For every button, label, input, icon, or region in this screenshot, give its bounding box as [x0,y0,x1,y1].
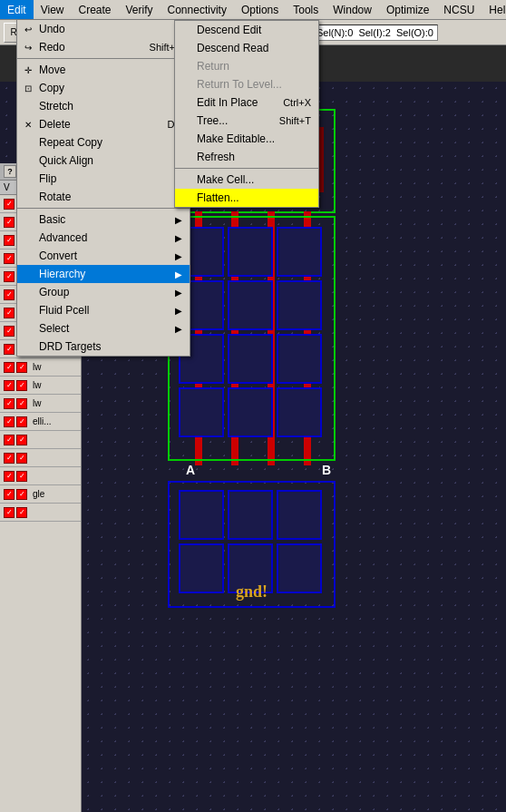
panel-help-btn[interactable]: ? [4,165,16,178]
transistor-cell-b [179,490,224,540]
menu-make-editable[interactable]: Make Editable... [175,130,318,148]
menu-descend-edit[interactable]: Descend Edit [175,21,318,39]
transistor-cell [277,227,322,277]
list-item: ✓ ✓ [0,449,81,467]
checkbox-s[interactable]: ✓ [16,507,27,518]
menu-edit-in-place[interactable]: Edit In Place Ctrl+X [175,93,318,112]
hierarchy-submenu: Descend Edit Descend Read Return Return … [174,20,319,208]
checkbox-s[interactable]: ✓ [16,435,27,445]
checkbox-v[interactable]: ✓ [4,471,15,482]
checkbox-v[interactable]: ✓ [4,344,15,355]
copy-icon: ⊡ [21,81,35,95]
transistor-cell [228,334,273,384]
menu-tools[interactable]: Tools [286,0,326,19]
label-b: B [322,463,331,477]
menu-flip[interactable]: Flip ▶ [17,170,190,188]
basic-icon [21,212,35,227]
checkbox-v[interactable]: ✓ [4,217,15,228]
checkbox-v[interactable]: ✓ [4,489,15,500]
transistor-cell [228,280,273,330]
menu-connectivity[interactable]: Connectivity [161,0,234,19]
menu-sep [17,58,190,59]
checkbox-v[interactable]: ✓ [4,253,15,264]
checkbox-s[interactable]: ✓ [16,416,27,427]
menu-refresh[interactable]: Refresh [175,148,318,166]
checkbox-v[interactable]: ✓ [4,416,15,427]
menu-return-to-level[interactable]: Return To Level... [175,75,318,93]
checkbox-v[interactable]: ✓ [4,199,15,210]
menu-verify[interactable]: Verify [119,0,161,19]
menu-window[interactable]: Window [326,0,379,19]
hierarchy-icon [21,267,35,281]
checkbox-s[interactable]: ✓ [16,453,27,464]
transistor-cell-b [179,543,224,593]
advanced-icon [21,230,35,245]
menu-hierarchy[interactable]: Hierarchy ▶ [17,265,190,283]
menu-make-cell[interactable]: Make Cell... [175,171,318,189]
checkbox-v[interactable]: ✓ [4,326,15,337]
menu-optimize[interactable]: Optimize [379,0,436,19]
menu-convert[interactable]: Convert ▶ [17,247,190,265]
menu-descend-read[interactable]: Descend Read [175,39,318,57]
checkbox-v[interactable]: ✓ [4,289,15,300]
gnd-label: gnd! [236,582,268,602]
edit-menu-dropdown: ↩ Undo U ↪ Redo Shift+U ✛ Move M ⊡ Copy … [16,20,190,357]
menu-flatten[interactable]: Flatten... [175,189,318,207]
transistor-cell [228,227,273,277]
menu-rotate[interactable]: Rotate ▶ [17,188,190,206]
menu-group[interactable]: Group ▶ [17,283,190,301]
menu-options[interactable]: Options [234,0,286,19]
move-icon: ✛ [21,63,35,77]
menu-help[interactable]: Help [482,0,506,19]
menu-edit[interactable]: Edit [0,0,34,19]
checkbox-v[interactable]: ✓ [4,435,15,445]
checkbox-v[interactable]: ✓ [4,380,15,391]
checkbox-s[interactable]: ✓ [16,471,27,482]
menu-sep-2 [17,208,190,209]
transistor-grid [179,227,322,437]
transistor-cell-b [277,490,322,540]
menu-advanced[interactable]: Advanced ▶ [17,229,190,247]
checkbox-v[interactable]: ✓ [4,308,15,318]
checkbox-v[interactable]: ✓ [4,453,15,464]
drd-targets-icon [21,339,35,354]
menu-view[interactable]: View [34,0,72,19]
checkbox-v[interactable]: ✓ [4,362,15,373]
group-arrow: ▶ [175,288,182,298]
checkbox-v[interactable]: ✓ [4,271,15,282]
checkbox-s[interactable]: ✓ [16,380,27,391]
menu-ncsu[interactable]: NCSU [436,0,482,19]
convert-icon [21,249,35,263]
convert-arrow: ▶ [175,251,182,261]
menu-repeat-copy[interactable]: Repeat Copy H [17,133,190,152]
checkbox-v[interactable]: ✓ [4,235,15,246]
menu-tree[interactable]: Tree... Shift+T [175,112,318,130]
advanced-arrow: ▶ [175,233,182,243]
checkbox-s[interactable]: ✓ [16,398,27,409]
hier-sep [175,168,318,169]
checkbox-s[interactable]: ✓ [16,489,27,500]
transistor-cell [277,280,322,330]
menu-basic[interactable]: Basic ▶ [17,210,190,229]
circuit-mid-border [168,216,336,461]
menu-return[interactable]: Return [175,57,318,75]
menu-select[interactable]: Select ▶ [17,319,190,338]
flip-icon [21,171,35,186]
menubar: Edit View Create Verify Connectivity Opt… [0,0,506,20]
menu-stretch[interactable]: Stretch S [17,97,190,115]
menu-quick-align[interactable]: Quick Align [17,152,190,170]
menu-redo[interactable]: ↪ Redo Shift+U [17,38,190,56]
menu-copy[interactable]: ⊡ Copy C [17,79,190,97]
menu-undo[interactable]: ↩ Undo U [17,20,190,38]
checkbox-s[interactable]: ✓ [16,362,27,373]
checkbox-v[interactable]: ✓ [4,398,15,409]
checkbox-v[interactable]: ✓ [4,507,15,518]
basic-arrow: ▶ [175,215,182,225]
menu-drd-targets[interactable]: DRD Targets [17,338,190,356]
transistor-cell-b [277,543,322,593]
hierarchy-arrow: ▶ [175,269,182,279]
menu-fluid-pcell[interactable]: Fluid Pcell ▶ [17,301,190,319]
menu-create[interactable]: Create [71,0,118,19]
menu-move[interactable]: ✛ Move M [17,61,190,79]
menu-delete[interactable]: ✕ Delete Del [17,115,190,133]
